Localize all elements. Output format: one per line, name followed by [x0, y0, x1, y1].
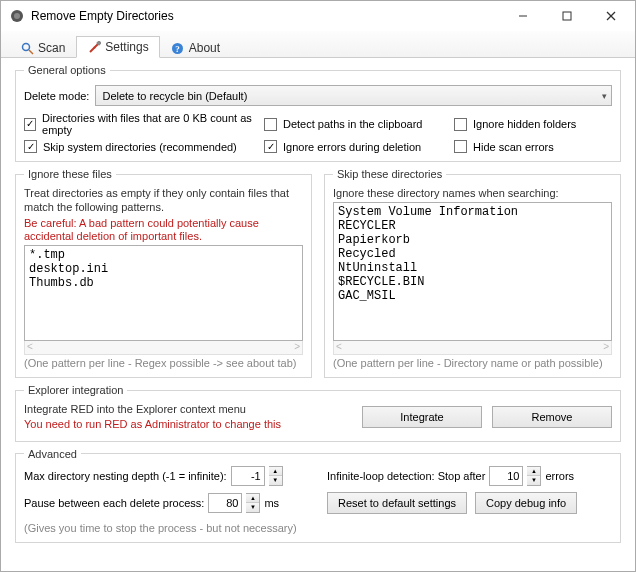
titlebar: Remove Empty Directories — [1, 1, 635, 31]
skip-dirs-hint: Ignore these directory names when search… — [333, 187, 612, 201]
remove-button[interactable]: Remove — [492, 406, 612, 428]
tab-settings-label: Settings — [105, 40, 148, 54]
pause-suffix: ms — [264, 497, 279, 509]
tab-about[interactable]: ? About — [160, 37, 231, 58]
chevron-down-icon: ▾ — [602, 91, 607, 101]
ignore-files-textarea[interactable]: *.tmp desktop.ini Thumbs.db — [24, 245, 303, 341]
skip-dirs-textarea[interactable]: System Volume Information RECYCLER Papie… — [333, 202, 612, 341]
skip-dirs-group: Skip these directories Ignore these dire… — [324, 168, 621, 378]
loop-input[interactable]: 10 — [489, 466, 523, 486]
settings-icon — [87, 40, 101, 54]
delete-mode-label: Delete mode: — [24, 90, 89, 102]
loop-label: Infinite-loop detection: Stop after — [327, 470, 485, 482]
chk-hidden[interactable]: Ignore hidden folders — [454, 112, 604, 136]
tab-scan[interactable]: Scan — [9, 37, 76, 58]
app-icon — [9, 8, 25, 24]
scrollbar-h-2[interactable]: <> — [333, 341, 612, 355]
scrollbar-h[interactable]: <> — [24, 341, 303, 355]
chk-clipboard[interactable]: Detect paths in the clipboard — [264, 112, 454, 136]
ignore-files-note: (One pattern per line - Regex possible -… — [24, 357, 303, 369]
copy-debug-button[interactable]: Copy debug info — [475, 492, 577, 514]
delete-mode-value: Delete to recycle bin (Default) — [102, 90, 247, 102]
svg-rect-3 — [563, 12, 571, 20]
tab-about-label: About — [189, 41, 220, 55]
nesting-input[interactable]: -1 — [231, 466, 265, 486]
skip-dirs-note: (One pattern per line - Directory name o… — [333, 357, 612, 369]
pause-input[interactable]: 80 — [208, 493, 242, 513]
close-button[interactable] — [589, 2, 633, 30]
chk-skip-system[interactable]: ✓ Skip system directories (recommended) — [24, 140, 264, 153]
delete-mode-select[interactable]: Delete to recycle bin (Default) ▾ — [95, 85, 612, 106]
window-title: Remove Empty Directories — [31, 9, 501, 23]
advanced-legend: Advanced — [24, 448, 81, 460]
explorer-line1: Integrate RED into the Explorer context … — [24, 403, 352, 417]
tabstrip: Scan Settings ? About — [1, 31, 635, 58]
app-window: Remove Empty Directories Scan Settings ? — [0, 0, 636, 572]
explorer-group: Explorer integration Integrate RED into … — [15, 384, 621, 442]
tab-settings[interactable]: Settings — [76, 36, 159, 58]
settings-panel: General options Delete mode: Delete to r… — [1, 58, 635, 571]
tab-scan-label: Scan — [38, 41, 65, 55]
svg-point-1 — [14, 13, 20, 19]
ignore-files-group: Ignore these files Treat directories as … — [15, 168, 312, 378]
svg-point-6 — [22, 43, 29, 50]
pause-label: Pause between each delete process: — [24, 497, 204, 509]
ignore-files-legend: Ignore these files — [24, 168, 116, 180]
skip-dirs-legend: Skip these directories — [333, 168, 446, 180]
chk-hide-errors[interactable]: Hide scan errors — [454, 140, 604, 153]
general-options-group: General options Delete mode: Delete to r… — [15, 64, 621, 162]
ignore-files-warning: Be careful: A bad pattern could potentia… — [24, 217, 303, 245]
minimize-button[interactable] — [501, 2, 545, 30]
pause-spinner[interactable]: ▲▼ — [246, 493, 260, 513]
explorer-legend: Explorer integration — [24, 384, 127, 396]
loop-spinner[interactable]: ▲▼ — [527, 466, 541, 486]
chk-ignore-errors[interactable]: ✓ Ignore errors during deletion — [264, 140, 454, 153]
reset-defaults-button[interactable]: Reset to default settings — [327, 492, 467, 514]
nesting-spinner[interactable]: ▲▼ — [269, 466, 283, 486]
maximize-button[interactable] — [545, 2, 589, 30]
loop-suffix: errors — [545, 470, 574, 482]
help-icon: ? — [171, 41, 185, 55]
integrate-button[interactable]: Integrate — [362, 406, 482, 428]
search-icon — [20, 41, 34, 55]
nesting-label: Max directory nesting depth (-1 = infini… — [24, 470, 227, 482]
ignore-files-hint1: Treat directories as empty if they only … — [24, 187, 303, 215]
svg-text:?: ? — [175, 44, 180, 54]
advanced-group: Advanced Max directory nesting depth (-1… — [15, 448, 621, 543]
chk-zero-kb[interactable]: ✓ Directories with files that are 0 KB c… — [24, 112, 264, 136]
general-legend: General options — [24, 64, 110, 76]
pause-note: (Gives you time to stop the process - bu… — [24, 522, 309, 534]
svg-line-7 — [29, 50, 33, 54]
explorer-warning: You need to run RED as Administrator to … — [24, 418, 352, 432]
